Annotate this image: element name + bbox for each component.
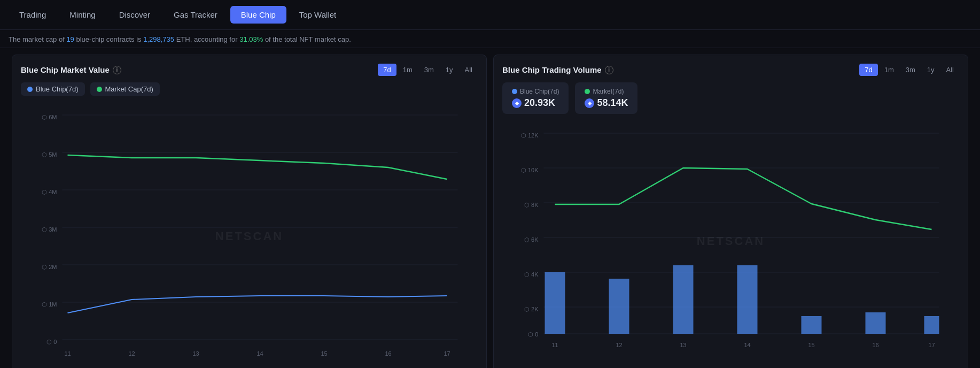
trading-volume-info-icon[interactable]: i (605, 66, 613, 74)
eth-icon-blue: ◈ (512, 98, 522, 108)
svg-text:17: 17 (928, 342, 935, 348)
vol-dot-green (585, 89, 590, 94)
market-value-header: Blue Chip Market Value i 7d 1m 3m 1y All (21, 64, 478, 76)
nav-discover[interactable]: Discover (108, 6, 161, 24)
svg-text:16: 16 (385, 350, 391, 357)
vol-card-blue-chip: Blue Chip(7d) ◈ 20.93K (502, 82, 569, 114)
svg-text:⬡ 10K: ⬡ 10K (521, 167, 539, 173)
trading-volume-header: Blue Chip Trading Volume i 7d 1m 3m 1y A… (502, 64, 959, 76)
legend-dot-blue (27, 87, 33, 92)
legend-market-cap: Market Cap(7d) (90, 82, 160, 96)
svg-text:⬡ 8K: ⬡ 8K (524, 202, 539, 208)
legend-blue-chip-label: Blue Chip(7d) (36, 85, 79, 93)
trading-volume-title: Blue Chip Trading Volume i (502, 65, 613, 74)
legend-market-cap-label: Market Cap(7d) (105, 85, 153, 93)
time-btn-1y-left[interactable]: 1y (440, 64, 458, 76)
svg-text:14: 14 (744, 342, 750, 348)
time-btn-3m-left[interactable]: 3m (419, 64, 439, 76)
nav-top-wallet[interactable]: Top Wallet (289, 6, 347, 24)
vol-card-market: Market(7d) ◈ 58.14K (575, 82, 637, 114)
svg-text:15: 15 (808, 342, 814, 348)
trading-volume-legend: Blue Chip(7d) ◈ 20.93K Market(7d) ◈ 58.1… (502, 82, 959, 114)
svg-text:⬡ 6M: ⬡ 6M (42, 114, 57, 120)
legend-dot-green (97, 87, 102, 92)
svg-text:⬡ 4M: ⬡ 4M (42, 189, 57, 195)
market-value-legend: Blue Chip(7d) Market Cap(7d) (21, 82, 478, 96)
time-btn-1m-left[interactable]: 1m (398, 64, 418, 76)
svg-text:⬡ 0: ⬡ 0 (528, 331, 538, 338)
time-btn-3m-right[interactable]: 3m (900, 64, 921, 76)
market-cap-subtitle: The market cap of 19 blue-chip contracts… (0, 30, 980, 48)
bar-15 (802, 316, 822, 334)
charts-row: Blue Chip Market Value i 7d 1m 3m 1y All… (0, 48, 980, 368)
bar-17 (924, 316, 939, 334)
trading-volume-time-range: 7d 1m 3m 1y All (859, 64, 959, 76)
legend-blue-chip: Blue Chip(7d) (21, 82, 85, 96)
svg-text:12: 12 (128, 350, 135, 357)
time-btn-all-left[interactable]: All (460, 64, 478, 76)
bar-13 (673, 265, 694, 334)
time-btn-all-right[interactable]: All (941, 64, 959, 76)
bar-12 (609, 279, 629, 334)
svg-text:⬡ 5M: ⬡ 5M (42, 151, 57, 158)
svg-text:13: 13 (192, 350, 199, 357)
svg-text:⬡ 0: ⬡ 0 (46, 339, 57, 345)
svg-text:⬡ 2M: ⬡ 2M (42, 264, 57, 270)
market-value-svg: ⬡ 6M ⬡ 5M ⬡ 4M ⬡ 3M ⬡ 2M ⬡ 1M ⬡ 0 (21, 104, 478, 366)
time-btn-1m-right[interactable]: 1m (879, 64, 899, 76)
market-value-chart: NETSCAN ⬡ 6M ⬡ 5M ⬡ 4M ⬡ 3M ⬡ 2M ⬡ 1M ⬡ … (21, 104, 478, 368)
vol-card-market-value: ◈ 58.14K (585, 97, 628, 109)
svg-text:15: 15 (321, 350, 327, 357)
eth-icon-green: ◈ (585, 98, 594, 108)
svg-text:⬡ 4K: ⬡ 4K (524, 271, 539, 278)
svg-text:⬡ 2K: ⬡ 2K (524, 306, 539, 312)
vol-card-market-title: Market(7d) (585, 88, 628, 95)
nav-gas-tracker[interactable]: Gas Tracker (163, 6, 228, 24)
trading-volume-panel: Blue Chip Trading Volume i 7d 1m 3m 1y A… (493, 55, 968, 368)
svg-text:11: 11 (551, 342, 558, 348)
market-value-time-range: 7d 1m 3m 1y All (378, 64, 478, 76)
svg-text:⬡ 12K: ⬡ 12K (521, 132, 539, 139)
nav-trading[interactable]: Trading (9, 6, 57, 24)
svg-text:16: 16 (872, 342, 878, 348)
svg-text:14: 14 (256, 350, 263, 357)
market-value-panel: Blue Chip Market Value i 7d 1m 3m 1y All… (12, 55, 487, 368)
navigation: Trading Minting Discover Gas Tracker Blu… (0, 0, 980, 30)
vol-card-blue-chip-title: Blue Chip(7d) (512, 88, 559, 95)
trading-volume-chart: NETSCAN ⬡ 12K ⬡ 10K ⬡ 8K ⬡ 6K ⬡ 4K ⬡ 2K … (502, 122, 959, 359)
bar-14 (737, 265, 758, 334)
market-value-title: Blue Chip Market Value i (21, 65, 121, 74)
market-value-info-icon[interactable]: i (113, 66, 121, 74)
svg-text:⬡ 3M: ⬡ 3M (42, 226, 57, 233)
time-btn-1y-right[interactable]: 1y (922, 64, 940, 76)
nav-minting[interactable]: Minting (59, 6, 106, 24)
time-btn-7d-left[interactable]: 7d (378, 64, 396, 76)
bar-16 (866, 312, 886, 334)
vol-dot-blue (512, 89, 517, 94)
bar-11 (545, 272, 565, 334)
svg-text:11: 11 (64, 350, 71, 357)
svg-text:13: 13 (680, 342, 686, 348)
nav-blue-chip[interactable]: Blue Chip (230, 6, 286, 24)
time-btn-7d-right[interactable]: 7d (859, 64, 877, 76)
svg-text:⬡ 6K: ⬡ 6K (524, 236, 539, 243)
svg-text:12: 12 (616, 342, 622, 348)
svg-text:⬡ 1M: ⬡ 1M (42, 301, 57, 308)
svg-text:17: 17 (444, 350, 450, 357)
trading-volume-svg: ⬡ 12K ⬡ 10K ⬡ 8K ⬡ 6K ⬡ 4K ⬡ 2K ⬡ 0 (502, 122, 959, 358)
vol-card-blue-chip-value: ◈ 20.93K (512, 97, 559, 109)
